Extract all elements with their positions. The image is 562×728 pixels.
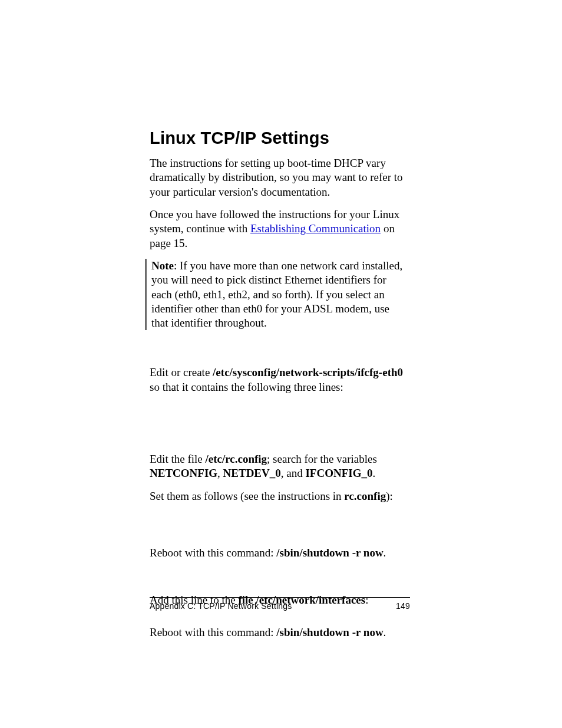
var-netdev0: NETDEV_0 [223, 467, 281, 479]
text-fragment: Edit or create [150, 366, 213, 378]
var-netconfig: NETCONFIG [150, 467, 217, 479]
text-fragment: . [384, 546, 386, 559]
shutdown-cmd: /sbin/shutdown -r now [276, 546, 383, 559]
page: Linux TCP/IP Settings The instructions f… [0, 0, 562, 728]
text-fragment: . [372, 467, 375, 479]
text-fragment: , and [281, 467, 306, 479]
page-footer: Appendix C: TCP/IP Network Settings 149 [150, 597, 410, 611]
ifcfg-path: /etc/sysconfig/network-scripts/ifcfg-eth… [213, 366, 403, 378]
text-fragment: , [217, 467, 223, 479]
rcconfig-name: rc.config [344, 490, 386, 502]
text-fragment: Reboot with this command: [150, 546, 276, 559]
edit-rcconfig-paragraph: Edit the file /etc/rc.config; search for… [150, 452, 410, 481]
spacer [150, 512, 410, 546]
text-fragment: ; search for the variables [267, 453, 377, 465]
set-vars-paragraph: Set them as follows (see the instruction… [150, 489, 410, 503]
text-fragment: ): [386, 490, 393, 502]
footer-appendix-label: Appendix C: TCP/IP Network Settings [150, 601, 292, 611]
page-title: Linux TCP/IP Settings [150, 129, 410, 148]
text-fragment: so that it contains the following three … [150, 381, 343, 393]
note-callout: Note: If you have more than one network … [145, 259, 410, 331]
text-fragment: Reboot with this command: [150, 626, 276, 638]
rcconfig-path: /etc/rc.config [205, 453, 267, 465]
spacer [150, 616, 410, 625]
text-fragment: Edit the file [150, 453, 205, 465]
reboot-paragraph-1: Reboot with this command: /sbin/shutdown… [150, 546, 410, 560]
shutdown-cmd: /sbin/shutdown -r now [276, 626, 383, 638]
note-body: : If you have more than one network card… [151, 259, 402, 329]
note-text: Note: If you have more than one network … [151, 259, 405, 331]
reboot-paragraph-2: Reboot with this command: /sbin/shutdown… [150, 625, 410, 640]
establishing-communication-link[interactable]: Establishing Communication [250, 222, 381, 235]
edit-ifcfg-paragraph: Edit or create /etc/sysconfig/network-sc… [150, 365, 410, 394]
spacer [150, 568, 410, 593]
text-fragment: . [384, 626, 386, 638]
var-ifconfig0: IFCONFIG_0 [305, 467, 372, 479]
spacer [150, 341, 410, 365]
spacer [150, 403, 410, 452]
text-fragment: Set them as follows (see the instruction… [150, 490, 344, 502]
footer-page-number: 149 [396, 601, 410, 611]
intro-paragraph-2: Once you have followed the instructions … [150, 207, 410, 251]
intro-paragraph-1: The instructions for setting up boot-tim… [150, 156, 410, 199]
note-label: Note [151, 259, 174, 272]
